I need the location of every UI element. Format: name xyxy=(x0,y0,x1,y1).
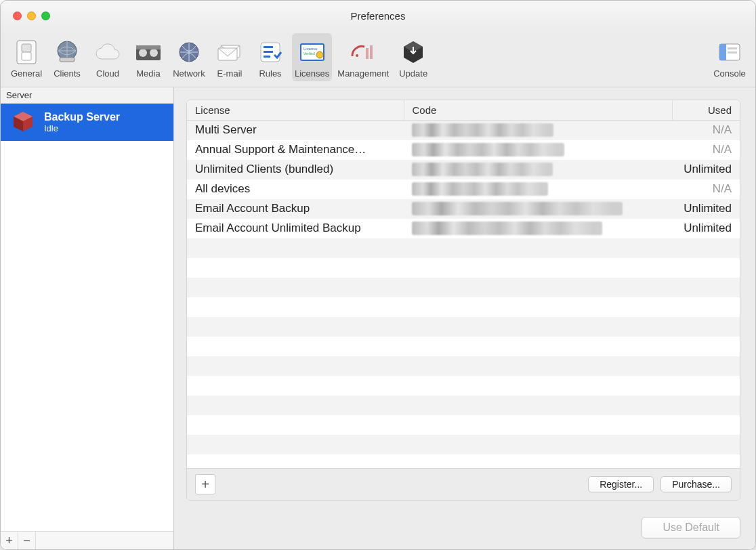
svg-text:License: License xyxy=(303,47,318,51)
table-row[interactable]: Annual Support & Maintenance…N/A xyxy=(187,140,740,160)
preferences-toolbar: General Clients Cloud xyxy=(1,32,755,87)
license-used-cell: N/A xyxy=(672,140,740,160)
col-header-used[interactable]: Used xyxy=(672,100,740,121)
svg-rect-25 xyxy=(728,47,737,49)
gauge-icon xyxy=(347,37,379,67)
titlebar: Preferences xyxy=(1,1,755,32)
table-row[interactable]: All devicesN/A xyxy=(187,179,740,199)
server-name: Backup Server xyxy=(44,110,120,123)
table-row xyxy=(187,278,740,297)
redacted-code xyxy=(412,143,564,156)
svg-text:Verified: Verified xyxy=(303,51,315,56)
cloud-icon xyxy=(91,37,124,67)
svg-rect-15 xyxy=(264,56,270,58)
license-name-cell: Multi Server xyxy=(187,121,404,141)
toolbar-item-network[interactable]: Network xyxy=(170,33,208,81)
table-row[interactable]: Email Account BackupUnlimited xyxy=(187,199,740,219)
table-row[interactable]: Unlimited Clients (bundled)Unlimited xyxy=(187,160,740,179)
col-header-license[interactable]: License xyxy=(187,100,404,121)
rules-icon xyxy=(254,37,287,67)
toolbar-item-update[interactable]: Update xyxy=(394,33,432,81)
svg-rect-1 xyxy=(22,44,31,52)
tape-icon xyxy=(132,37,165,67)
toolbar-label: Rules xyxy=(259,68,281,79)
main-content: License Code Used Multi ServerN/AAnnual … xyxy=(174,87,755,549)
svg-rect-24 xyxy=(719,44,726,60)
register-button[interactable]: Register... xyxy=(588,476,654,492)
toolbar-item-rules[interactable]: Rules xyxy=(251,33,289,81)
toolbar-label: Management xyxy=(337,68,389,79)
toolbar-label: Cloud xyxy=(96,68,119,79)
license-code-cell xyxy=(404,179,672,199)
license-used-cell: Unlimited xyxy=(672,199,740,219)
license-code-cell xyxy=(404,219,672,238)
license-code-cell xyxy=(404,121,672,141)
table-row[interactable]: Email Account Unlimited BackupUnlimited xyxy=(187,219,740,238)
toolbar-label: Media xyxy=(136,68,160,79)
table-row xyxy=(187,258,740,278)
licenses-panel: License Code Used Multi ServerN/AAnnual … xyxy=(186,100,740,501)
redacted-code xyxy=(412,123,553,137)
svg-point-7 xyxy=(150,49,158,57)
license-name-cell: Unlimited Clients (bundled) xyxy=(187,160,404,179)
sidebar-footer: + − xyxy=(1,531,173,549)
window-title: Preferences xyxy=(1,10,755,22)
table-row[interactable]: Multi ServerN/A xyxy=(187,121,740,141)
col-header-code[interactable]: Code xyxy=(404,100,672,121)
licenses-table-container[interactable]: License Code Used Multi ServerN/AAnnual … xyxy=(187,100,740,468)
toolbar-item-email[interactable]: E-mail xyxy=(211,33,249,81)
redacted-code xyxy=(412,221,602,235)
globe-icon xyxy=(51,37,83,67)
sidebar-server-item[interactable]: Backup Server Idle xyxy=(1,104,173,141)
table-row xyxy=(187,376,740,396)
server-status: Idle xyxy=(44,123,120,134)
remove-server-button[interactable]: − xyxy=(18,532,36,549)
certificate-icon: License Verified xyxy=(296,37,329,67)
table-row xyxy=(187,297,740,317)
toolbar-label: General xyxy=(11,68,42,79)
table-header-row: License Code Used xyxy=(187,100,740,121)
toolbar-item-clients[interactable]: Clients xyxy=(48,33,86,81)
license-used-cell: N/A xyxy=(672,121,740,141)
download-box-icon xyxy=(397,37,429,67)
add-license-button[interactable]: + xyxy=(195,474,215,494)
envelope-icon xyxy=(213,37,246,67)
svg-point-19 xyxy=(316,51,323,58)
table-row xyxy=(187,238,740,258)
svg-rect-11 xyxy=(218,48,237,60)
table-row xyxy=(187,415,740,435)
toolbar-label: Licenses xyxy=(295,68,329,79)
toolbar-item-licenses[interactable]: License Verified Licenses xyxy=(292,33,332,81)
toolbar-label: Update xyxy=(399,68,427,79)
server-labels: Backup Server Idle xyxy=(44,110,120,134)
license-code-cell xyxy=(404,160,672,179)
toolbar-item-management[interactable]: Management xyxy=(335,33,392,81)
license-name-cell: Annual Support & Maintenance… xyxy=(187,140,404,160)
table-row xyxy=(187,356,740,376)
preferences-window: Preferences General C xyxy=(0,0,756,550)
svg-rect-2 xyxy=(22,52,31,60)
toolbar-label: Network xyxy=(173,68,205,79)
redacted-code xyxy=(412,202,623,215)
toolbar-label: E-mail xyxy=(217,68,243,79)
table-row xyxy=(187,435,740,454)
server-cube-icon xyxy=(10,110,36,133)
license-code-cell xyxy=(404,140,672,160)
purchase-button[interactable]: Purchase... xyxy=(660,476,732,492)
table-row xyxy=(187,396,740,415)
use-default-button[interactable]: Use Default xyxy=(642,517,740,538)
panel-footer: + Register... Purchase... xyxy=(187,468,740,500)
license-used-cell: Unlimited xyxy=(672,219,740,238)
toolbar-item-cloud[interactable]: Cloud xyxy=(89,33,127,81)
svg-rect-8 xyxy=(136,45,161,49)
toolbar-item-console[interactable]: Console xyxy=(711,33,749,81)
add-server-button[interactable]: + xyxy=(1,532,18,549)
network-icon xyxy=(173,37,205,67)
table-row xyxy=(187,317,740,337)
console-window-icon xyxy=(713,37,746,67)
toolbar-item-media[interactable]: Media xyxy=(129,33,167,81)
toolbar-item-general[interactable]: General xyxy=(7,33,45,81)
svg-point-6 xyxy=(139,49,147,57)
svg-rect-4 xyxy=(60,58,75,62)
sidebar-header: Server xyxy=(1,87,173,104)
